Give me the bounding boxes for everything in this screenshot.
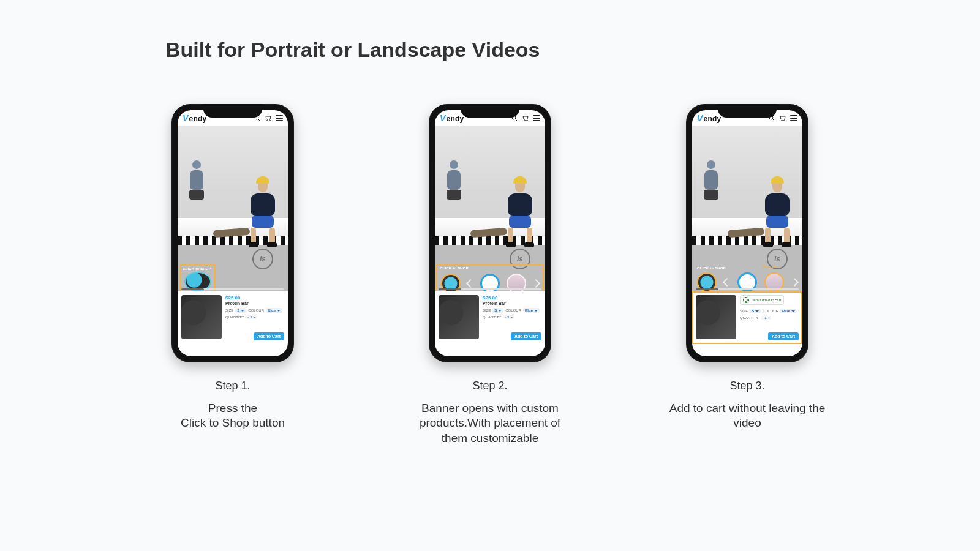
- svg-point-8: [769, 116, 773, 119]
- video-timeline[interactable]: [439, 288, 541, 290]
- search-icon[interactable]: [768, 114, 775, 122]
- banner-prev-icon[interactable]: [723, 278, 731, 287]
- phone-screen: Vendy ls CLICK to SHOP: [435, 110, 545, 356]
- add-to-cart-button[interactable]: Add to Cart: [768, 332, 799, 340]
- svg-point-7: [527, 119, 528, 121]
- ls-mark: ls: [252, 249, 273, 269]
- qty-stepper[interactable]: -1+: [503, 315, 514, 319]
- svg-point-6: [524, 119, 526, 121]
- logo-text: endy: [189, 114, 207, 123]
- check-icon: [743, 297, 749, 303]
- step-1: Vendy: [153, 104, 312, 446]
- toast-text: Item added to cart: [752, 298, 781, 302]
- vendy-logo: Vendy: [697, 113, 721, 123]
- add-to-cart-button[interactable]: Add to Cart: [511, 332, 541, 340]
- logo-v: V: [183, 113, 189, 123]
- product-thumb: [181, 295, 222, 339]
- product-name: Protein Bar: [483, 301, 541, 305]
- colour-select[interactable]: Blue: [523, 308, 540, 313]
- svg-point-2: [267, 119, 268, 121]
- cart-icon[interactable]: [522, 114, 529, 122]
- qty-row: QUANTITY - 1 +: [225, 315, 284, 319]
- phone-mock-2: Vendy ls CLICK to SHOP: [429, 104, 551, 362]
- qty-stepper[interactable]: - 1 +: [246, 315, 257, 319]
- add-to-cart-button[interactable]: Add to Cart: [254, 332, 284, 340]
- product-options: SIZE S COLOUR Blue: [225, 308, 284, 313]
- video-area[interactable]: ls CLICK to SHOP: [178, 126, 288, 291]
- step-title: Step 1.: [215, 380, 250, 392]
- click-to-shop-label: CLICK to SHOP: [183, 267, 214, 271]
- menu-icon[interactable]: [276, 115, 283, 121]
- qty-value: 1: [250, 315, 252, 319]
- added-to-cart-toast: Item added to cart: [740, 295, 784, 305]
- product-panel: Item added to cart SIZE S COLOUR Blue QU…: [692, 291, 802, 344]
- header-icons: [254, 114, 283, 122]
- product-info: $25.00 Protein Bar SIZE S COLOUR Blue QU…: [225, 295, 284, 340]
- colour-select[interactable]: Blue: [780, 309, 797, 313]
- step-title: Step 3.: [729, 380, 764, 392]
- svg-point-10: [782, 119, 783, 121]
- svg-line-1: [258, 119, 260, 121]
- size-select[interactable]: S: [492, 308, 503, 313]
- search-icon[interactable]: [511, 114, 518, 122]
- skater-fg: [241, 176, 284, 250]
- video-area[interactable]: ls CLICK to SHOP View Here: [692, 126, 802, 291]
- menu-icon[interactable]: [533, 115, 540, 121]
- qty-minus[interactable]: -: [247, 315, 249, 319]
- size-select[interactable]: S: [235, 308, 246, 313]
- banner-prev-icon[interactable]: [466, 279, 475, 288]
- cart-icon[interactable]: [779, 114, 786, 122]
- qty-plus[interactable]: +: [254, 315, 256, 319]
- step-title: Step 2.: [472, 380, 507, 392]
- banner-next-icon[interactable]: [532, 279, 540, 288]
- product-price: $25.00: [483, 295, 541, 301]
- video-timeline[interactable]: [696, 288, 799, 290]
- product-name: Protein Bar: [225, 301, 284, 305]
- vendy-logo: Vendy: [440, 113, 464, 123]
- product-panel: $25.00 Protein Bar SIZE S COLOUR Blue QU…: [435, 291, 545, 344]
- colour-select[interactable]: Blue: [266, 308, 282, 313]
- skater-bg: [187, 160, 206, 198]
- banner-next-icon[interactable]: [790, 278, 799, 287]
- qty-label: QUANTITY: [225, 315, 244, 319]
- view-here-label: View Here: [763, 265, 780, 269]
- phone-screen: Vendy ls CLICK to SHOP: [692, 110, 802, 356]
- click-to-shop-button[interactable]: CLICK to SHOP: [180, 264, 216, 291]
- colour-label: COLOUR: [248, 309, 264, 312]
- step-desc: Press the Click to Shop button: [181, 401, 285, 431]
- page: Built for Portrait or Landscape Videos V…: [0, 0, 980, 551]
- svg-line-5: [516, 119, 518, 121]
- product-price: $25.00: [225, 295, 284, 301]
- svg-point-4: [512, 116, 516, 119]
- qty-stepper[interactable]: -1+: [761, 316, 771, 320]
- size-select[interactable]: S: [750, 309, 761, 313]
- svg-point-3: [270, 119, 271, 121]
- phone-mock-1: Vendy: [172, 104, 294, 362]
- video-area[interactable]: ls CLICK to SHOP: [435, 126, 545, 291]
- app-header: Vendy: [435, 110, 545, 126]
- svg-point-11: [784, 119, 785, 121]
- product-thumb: [439, 295, 479, 339]
- menu-icon[interactable]: [790, 115, 797, 121]
- product-banner: [436, 264, 544, 291]
- cart-icon[interactable]: [265, 114, 272, 122]
- phone-screen: Vendy: [178, 110, 288, 356]
- steps-row: Vendy: [0, 104, 980, 446]
- phone-mock-3: Vendy ls CLICK to SHOP: [686, 104, 809, 362]
- vendy-logo: Vendy: [183, 113, 206, 123]
- click-to-shop-label: CLICK to SHOP: [697, 266, 726, 270]
- product-panel: $25.00 Protein Bar SIZE S COLOUR Blue QU…: [178, 291, 288, 344]
- svg-point-0: [255, 116, 258, 119]
- step-desc: Add to cart without leaving the video: [668, 401, 827, 431]
- app-header: Vendy: [178, 110, 288, 126]
- svg-line-9: [773, 119, 775, 121]
- product-thumb: [696, 295, 736, 339]
- step-desc: Banner opens with custom products.With p…: [410, 401, 570, 446]
- step-2: Vendy ls CLICK to SHOP: [410, 104, 570, 446]
- search-icon[interactable]: [254, 114, 261, 122]
- video-timeline[interactable]: [181, 288, 284, 290]
- app-header: Vendy: [692, 110, 802, 126]
- page-headline: Built for Portrait or Landscape Videos: [165, 38, 540, 62]
- size-label: SIZE: [225, 309, 233, 312]
- step-3: Vendy ls CLICK to SHOP: [668, 104, 827, 446]
